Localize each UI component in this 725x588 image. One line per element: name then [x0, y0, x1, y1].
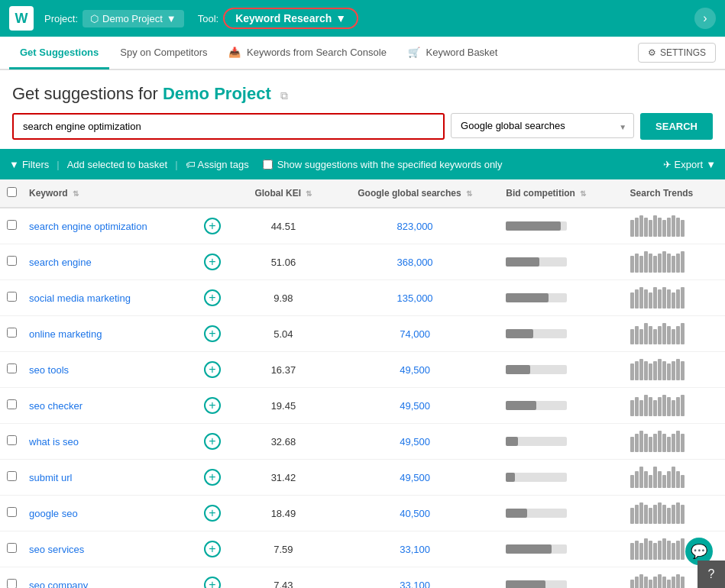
keyword-link[interactable]: what is seo	[29, 436, 79, 447]
trend-bar	[676, 431, 680, 452]
row-checkbox[interactable]	[7, 507, 17, 517]
help-icon[interactable]: ?	[697, 561, 725, 588]
trend-cell	[624, 388, 725, 424]
row-checkbox[interactable]	[7, 220, 17, 230]
trend-bar	[653, 287, 657, 309]
bid-column-header[interactable]: Bid competition ⇅	[500, 179, 623, 208]
row-checkbox[interactable]	[7, 363, 17, 373]
keyword-link[interactable]: social media marketing	[29, 292, 131, 304]
row-checkbox-cell	[0, 208, 23, 244]
tab-get-suggestions[interactable]: Get Suggestions	[9, 37, 109, 69]
copy-icon[interactable]: ⧉	[280, 89, 288, 102]
project-name-link[interactable]: Demo Project	[163, 84, 271, 103]
kei-cell: 5.04	[237, 316, 330, 352]
searches-column-header[interactable]: Google global searches ⇅	[330, 179, 500, 208]
row-checkbox[interactable]	[7, 328, 17, 338]
export-button[interactable]: ✈ Export ▼	[663, 159, 716, 170]
add-to-basket-button[interactable]: +	[204, 577, 221, 588]
keyword-input[interactable]	[12, 113, 445, 140]
searches-cell[interactable]: 49,500	[330, 460, 500, 496]
trend-bar	[681, 323, 685, 344]
select-all-header[interactable]	[0, 179, 23, 208]
trend-bar	[649, 292, 652, 309]
filters-button[interactable]: ▼ Filters	[9, 159, 49, 170]
searches-cell[interactable]: 74,000	[330, 316, 500, 352]
add-to-basket-button[interactable]: +	[204, 469, 221, 486]
row-checkbox[interactable]	[7, 471, 17, 481]
row-checkbox[interactable]	[7, 292, 17, 302]
trend-cell	[624, 496, 725, 531]
add-to-basket-button[interactable]: +	[204, 289, 221, 306]
bid-bar	[506, 293, 567, 302]
trend-bar	[662, 475, 666, 488]
assign-tags-button[interactable]: 🏷 Assign tags	[186, 159, 249, 170]
keyword-link[interactable]: google seo	[29, 508, 78, 519]
keyword-link[interactable]: seo checker	[29, 400, 83, 412]
trend-bar	[676, 326, 680, 344]
trend-bar	[667, 471, 671, 488]
trend-bar	[630, 363, 634, 380]
bid-cell	[500, 352, 623, 388]
filter-icon: ▼	[9, 159, 19, 170]
keyword-link[interactable]: submit url	[29, 472, 72, 483]
row-checkbox[interactable]	[7, 399, 17, 409]
add-to-basket-button[interactable]: +	[204, 254, 221, 270]
trend-bars	[630, 502, 719, 524]
keyword-link[interactable]: seo company	[29, 580, 88, 589]
project-selector[interactable]: ⬡ Demo Project ▼	[83, 10, 184, 27]
add-to-basket-button[interactable]: +	[204, 361, 221, 378]
settings-button[interactable]: ⚙ SETTINGS	[638, 43, 716, 63]
searches-cell[interactable]: 33,100	[330, 531, 500, 567]
trend-bar	[639, 543, 643, 560]
search-button[interactable]: SEARCH	[640, 113, 713, 140]
add-to-basket-button[interactable]: +	[204, 541, 221, 557]
trend-bar	[653, 467, 657, 488]
searches-cell[interactable]: 49,500	[330, 424, 500, 460]
add-to-basket-button[interactable]: +	[204, 433, 221, 450]
row-checkbox[interactable]	[7, 579, 17, 588]
tab-spy-competitors[interactable]: Spy on Competitors	[109, 37, 218, 69]
tool-selector[interactable]: Keyword Research ▼	[223, 8, 358, 29]
engine-select[interactable]: Google global searches Google US searche…	[451, 113, 634, 138]
basket-icon: 🛒	[408, 47, 420, 58]
searches-cell[interactable]: 823,000	[330, 208, 500, 244]
keyword-link[interactable]: search engine	[29, 257, 92, 268]
keyword-cell: seo tools	[23, 352, 198, 388]
add-to-basket-button[interactable]: +	[204, 325, 221, 342]
add-to-basket-button[interactable]: +	[204, 505, 221, 522]
trend-bar	[653, 577, 657, 588]
searches-cell[interactable]: 135,000	[330, 280, 500, 316]
row-checkbox-cell	[0, 352, 23, 388]
kei-column-header[interactable]: Global KEI ⇅	[237, 179, 330, 208]
show-suggestions-checkbox[interactable]	[263, 160, 273, 170]
keyword-link[interactable]: seo tools	[29, 364, 69, 376]
tab-search-console[interactable]: 📥 Keywords from Search Console	[218, 37, 396, 69]
keyword-table: Keyword ⇅ Global KEI ⇅ Google global sea…	[0, 179, 725, 588]
searches-cell[interactable]: 33,100	[330, 567, 500, 589]
keyword-link[interactable]: search engine optimization	[29, 221, 147, 232]
row-checkbox[interactable]	[7, 543, 17, 553]
searches-cell[interactable]: 40,500	[330, 496, 500, 531]
show-suggestions-label[interactable]: Show suggestions with the specified keyw…	[263, 159, 503, 170]
add-cell: +	[198, 496, 237, 531]
add-to-basket-button[interactable]: +	[204, 397, 221, 414]
keyword-column-header[interactable]: Keyword ⇅	[23, 179, 198, 208]
tab-keyword-basket[interactable]: 🛒 Keyword Basket	[397, 37, 509, 69]
keyword-cell: online marketing	[23, 316, 198, 352]
add-to-basket-button[interactable]: Add selected to basket	[67, 159, 168, 170]
select-all-checkbox[interactable]	[7, 187, 17, 197]
searches-cell[interactable]: 49,500	[330, 388, 500, 424]
trend-bar	[639, 256, 643, 273]
row-checkbox[interactable]	[7, 256, 17, 266]
collapse-sidebar-button[interactable]: ›	[694, 8, 716, 29]
trend-bar	[639, 467, 643, 488]
keyword-link[interactable]: online marketing	[29, 328, 102, 340]
searches-cell[interactable]: 368,000	[330, 244, 500, 280]
add-to-basket-button[interactable]: +	[204, 218, 221, 234]
keyword-link[interactable]: seo services	[29, 544, 84, 555]
row-checkbox[interactable]	[7, 435, 17, 445]
searches-cell[interactable]: 49,500	[330, 352, 500, 388]
add-cell: +	[198, 316, 237, 352]
trend-bar	[630, 580, 634, 588]
add-cell: +	[198, 244, 237, 280]
